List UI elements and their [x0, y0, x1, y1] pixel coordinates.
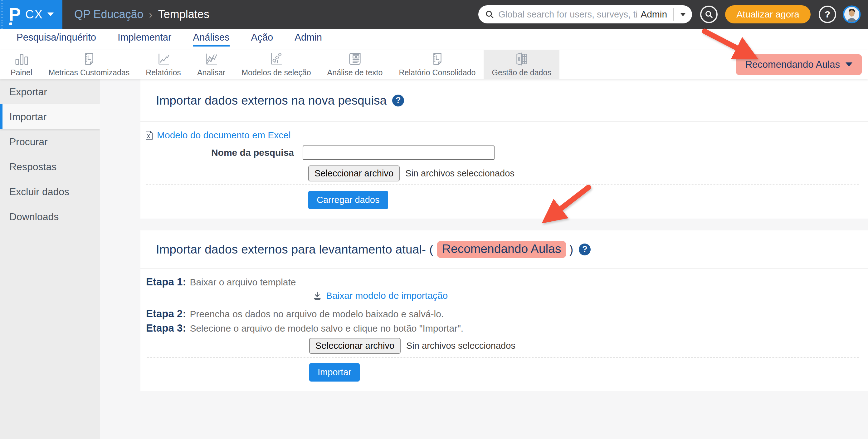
chevron-down-icon [48, 12, 54, 16]
search-scope-dropdown[interactable] [674, 5, 692, 23]
question-mark-icon: ? [825, 9, 830, 20]
sidebar-item-downloads[interactable]: Downloads [0, 204, 100, 229]
breadcrumb: QP Educação › Templates [74, 8, 209, 21]
toolbar-item-painel[interactable]: Painel [2, 50, 40, 79]
toolbar-item-relatorio-consolidado[interactable]: Relatório Consolidado [391, 50, 484, 79]
main-content: Importar dados externos na nova pesquisa… [100, 79, 868, 439]
questionpro-p-icon: P [9, 5, 21, 23]
section-title-row: Importar dados externos na nova pesquisa… [141, 79, 868, 122]
bubble-trend-icon [268, 51, 284, 67]
download-icon [313, 291, 322, 300]
section-title-row: Importar dados externos para levantament… [141, 230, 868, 268]
global-search-input[interactable] [498, 9, 638, 20]
sidebar-item-exportar[interactable]: Exportar [0, 79, 100, 104]
bar-chart-icon [13, 51, 30, 67]
excel-file-icon [145, 130, 153, 140]
toolbar-item-analisar[interactable]: Analisar [189, 50, 234, 79]
section-title-suffix: ) [569, 243, 573, 256]
section-gap [100, 218, 868, 230]
file-select-status: Sin archivos seleccionados [406, 341, 516, 351]
file-select-button[interactable]: Seleccionar archivo [308, 166, 400, 181]
help-icon[interactable]: ? [579, 243, 591, 255]
survey-name-input[interactable] [303, 146, 495, 160]
step-1-label: Etapa 1: [146, 276, 186, 288]
step-2-label: Etapa 2: [146, 308, 186, 320]
data-management-sidebar: Exportar Importar Procurar Respostas Exc… [0, 79, 100, 439]
breadcrumb-separator-icon: › [149, 8, 152, 21]
current-survey-name-highlight: Recomendando Aulas [437, 241, 566, 258]
toolbar-item-analise-de-texto[interactable]: Análise de texto [319, 50, 391, 79]
toolbar-item-metricas-customizadas[interactable]: Metricas Customizadas [40, 50, 138, 79]
survey-selector-button[interactable]: Recomendando Aulas [736, 54, 862, 75]
sidebar-item-procurar[interactable]: Procurar [0, 129, 100, 154]
logo-product-label: CX [25, 8, 43, 21]
help-button[interactable]: ? [819, 6, 836, 23]
search-icon [485, 10, 494, 19]
toolbar-item-modelos-de-selecao[interactable]: Modelos de seleção [234, 50, 319, 79]
questionpro-cx-logo[interactable]: P CX [0, 0, 62, 29]
upload-data-button[interactable]: Carregar dados [308, 191, 388, 209]
step-3-label: Etapa 3: [146, 322, 186, 334]
multi-line-chart-icon [203, 51, 219, 67]
module-tabs: Pesquisa/inquérito Implementar Análises … [0, 29, 868, 50]
chevron-down-icon [680, 13, 686, 16]
breadcrumb-current: Templates [158, 8, 209, 21]
global-search-box[interactable]: Admin [478, 5, 692, 23]
tab-implementar[interactable]: Implementar [118, 32, 171, 47]
excel-template-link[interactable]: Modelo do documento em Excel [157, 130, 291, 141]
update-now-button[interactable]: Atualizar agora [725, 5, 811, 23]
section-title-prefix: Importar dados externos para levantament… [156, 243, 433, 256]
topbar: P CX QP Educação › Templates Admin Atual… [0, 0, 868, 29]
toolbar-item-gestao-de-dados[interactable]: Gestão de dados [484, 50, 559, 79]
tab-admin[interactable]: Admin [294, 32, 322, 47]
sidebar-item-respostas[interactable]: Respostas [0, 154, 100, 179]
tab-acao[interactable]: Ação [251, 32, 273, 47]
breadcrumb-parent-link[interactable]: QP Educação [74, 8, 143, 21]
import-current-survey-section: Importar dados externos para levantament… [141, 230, 868, 391]
file-select-button[interactable]: Seleccionar archivo [309, 338, 401, 354]
line-chart-icon [155, 51, 172, 67]
search-scope-label[interactable]: Admin [641, 9, 667, 20]
spreadsheet-icon [514, 51, 530, 67]
search-icon [705, 10, 713, 19]
newspaper-icon [347, 51, 363, 67]
user-avatar[interactable] [842, 5, 861, 24]
file-select-status: Sin archivos seleccionados [405, 168, 515, 179]
download-template-link[interactable]: Baixar modelo de importação [326, 290, 448, 301]
step-1-text: Baixar o arquivo template [190, 277, 296, 288]
sidebar-item-excluir-dados[interactable]: Excluir dados [0, 179, 100, 204]
toolbar-right-zone: Recomendando Aulas [736, 50, 868, 79]
help-icon[interactable]: ? [392, 95, 404, 107]
import-new-survey-section: Importar dados externos na nova pesquisa… [141, 79, 868, 218]
consolidated-report-icon [429, 51, 445, 67]
toolbar-item-relatorios[interactable]: Relatórios [137, 50, 189, 79]
tab-pesquisa-inquerito[interactable]: Pesquisa/inquérito [17, 32, 96, 47]
search-submit-button[interactable] [700, 6, 718, 23]
survey-name-label: Nome da pesquisa [145, 147, 303, 158]
analytics-toolbar: Painel Metricas Customizadas Relatórios … [0, 50, 868, 79]
sidebar-item-importar[interactable]: Importar [0, 104, 100, 129]
step-2-text: Preencha os dados no arquivo de modelo b… [190, 309, 444, 319]
chevron-down-icon [845, 62, 852, 66]
step-3-text: Selecione o arquivo de modelo salvo e cl… [190, 323, 463, 334]
tab-analises[interactable]: Análises [193, 32, 229, 47]
import-button[interactable]: Importar [309, 363, 360, 382]
section-title: Importar dados externos na nova pesquisa [156, 94, 386, 108]
custom-metrics-document-icon [81, 51, 97, 67]
